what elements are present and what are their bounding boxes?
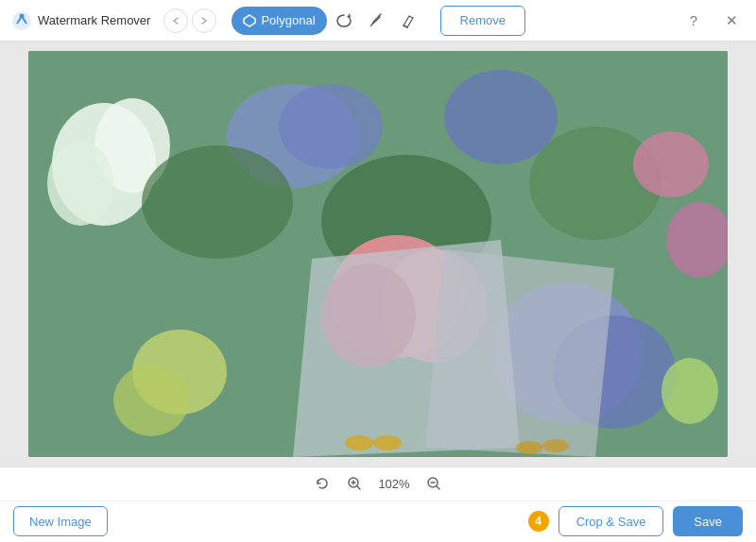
svg-point-1 bbox=[20, 13, 25, 18]
title-bar: Watermark Remover Polygonal bbox=[0, 0, 756, 42]
svg-point-10 bbox=[279, 84, 383, 169]
brush-icon bbox=[368, 12, 385, 29]
brush-tool-button[interactable] bbox=[361, 6, 391, 36]
polygonal-tool-button[interactable]: Polygonal bbox=[232, 7, 326, 35]
app-logo: Watermark Remover bbox=[11, 10, 150, 31]
svg-marker-2 bbox=[244, 15, 255, 26]
svg-line-32 bbox=[357, 486, 360, 489]
image-canvas[interactable] bbox=[28, 51, 728, 457]
save-button[interactable]: Save bbox=[673, 506, 743, 536]
app-logo-icon bbox=[11, 10, 32, 31]
forward-button[interactable] bbox=[192, 8, 216, 33]
bottom-bar: 102% New Image 4 Crop & Save Save bbox=[0, 466, 756, 542]
badge-value: 4 bbox=[528, 511, 549, 532]
right-actions: 4 Crop & Save Save bbox=[528, 506, 743, 536]
svg-point-24 bbox=[662, 358, 718, 424]
erase-icon bbox=[400, 12, 417, 29]
action-bar: New Image 4 Crop & Save Save bbox=[0, 501, 756, 542]
zoom-reset-icon bbox=[315, 476, 330, 491]
lasso-icon bbox=[335, 12, 352, 29]
svg-point-11 bbox=[444, 70, 558, 164]
svg-point-22 bbox=[633, 131, 709, 197]
title-bar-right: ? ✕ bbox=[680, 8, 745, 34]
zoom-level: 102% bbox=[375, 477, 413, 491]
svg-point-8 bbox=[47, 141, 113, 226]
nav-buttons bbox=[163, 8, 216, 33]
remove-button[interactable]: Remove bbox=[440, 6, 525, 36]
notification-badge: 4 bbox=[528, 511, 549, 532]
svg-line-35 bbox=[437, 486, 439, 489]
app-title: Watermark Remover bbox=[38, 13, 150, 27]
flower-image bbox=[28, 51, 728, 457]
zoom-out-button[interactable] bbox=[422, 472, 445, 495]
svg-line-3 bbox=[379, 14, 381, 16]
zoom-bar: 102% bbox=[0, 467, 756, 501]
help-button[interactable]: ? bbox=[680, 8, 707, 34]
main-area bbox=[0, 42, 756, 466]
close-button[interactable]: ✕ bbox=[718, 8, 745, 34]
svg-point-12 bbox=[142, 145, 293, 259]
svg-point-25 bbox=[345, 435, 373, 450]
tool-group: Polygonal bbox=[232, 6, 422, 36]
zoom-in-icon bbox=[347, 476, 362, 491]
zoom-out-icon bbox=[426, 476, 441, 491]
erase-tool-button[interactable] bbox=[393, 6, 423, 36]
polygonal-icon bbox=[243, 14, 256, 27]
back-button[interactable] bbox=[163, 8, 188, 33]
lasso-tool-button[interactable] bbox=[329, 6, 359, 36]
svg-line-4 bbox=[404, 25, 407, 27]
svg-point-21 bbox=[113, 364, 189, 436]
svg-point-28 bbox=[542, 439, 569, 452]
new-image-button[interactable]: New Image bbox=[13, 506, 108, 536]
svg-point-27 bbox=[516, 441, 542, 454]
zoom-in-button[interactable] bbox=[343, 472, 366, 495]
zoom-reset-button[interactable] bbox=[311, 472, 334, 495]
svg-point-26 bbox=[373, 435, 402, 450]
flower-svg-overlay bbox=[28, 51, 728, 457]
crop-save-button[interactable]: Crop & Save bbox=[558, 506, 664, 536]
